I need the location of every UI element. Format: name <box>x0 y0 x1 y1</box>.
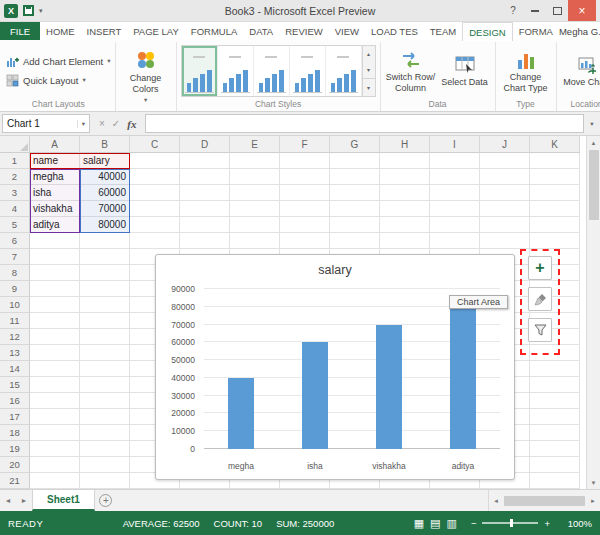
sheet-tab-sheet1[interactable]: Sheet1 <box>32 490 95 511</box>
row-header-2[interactable]: 2 <box>0 169 30 185</box>
gallery-up-button[interactable]: ▴ <box>363 46 375 62</box>
ribbon-tab-view[interactable]: VIEW <box>329 22 365 40</box>
cell-J4[interactable] <box>480 201 530 217</box>
cell-A8[interactable] <box>30 265 80 281</box>
scroll-right-icon[interactable]: ► <box>586 498 600 504</box>
cell-K18[interactable] <box>530 425 580 441</box>
cell-D3[interactable] <box>180 185 230 201</box>
column-header-A[interactable]: A <box>30 136 80 153</box>
sheet-nav-right-icon[interactable]: ► <box>16 490 32 511</box>
cell-G6[interactable] <box>330 233 380 249</box>
name-box-dropdown-icon[interactable]: ▾ <box>77 120 85 128</box>
cell-H2[interactable] <box>380 169 430 185</box>
cell-F2[interactable] <box>280 169 330 185</box>
close-button[interactable]: × <box>568 0 596 21</box>
cell-A18[interactable] <box>30 425 80 441</box>
cell-H6[interactable] <box>380 233 430 249</box>
cell-A2[interactable]: megha <box>30 169 80 185</box>
cell-K1[interactable] <box>530 153 580 169</box>
cell-B13[interactable] <box>80 345 130 361</box>
cell-B11[interactable] <box>80 313 130 329</box>
row-header-7[interactable]: 7 <box>0 249 30 265</box>
ribbon-tab-review[interactable]: REVIEW <box>279 22 328 40</box>
cell-C3[interactable] <box>130 185 180 201</box>
cell-A6[interactable] <box>30 233 80 249</box>
quick-layout-button[interactable]: Quick Layout ▾ <box>6 74 111 87</box>
cell-H3[interactable] <box>380 185 430 201</box>
save-icon[interactable] <box>23 5 34 16</box>
cell-K4[interactable] <box>530 201 580 217</box>
cell-B2[interactable]: 40000 <box>80 169 130 185</box>
ribbon-tab-team[interactable]: TEAM <box>424 22 462 40</box>
row-header-6[interactable]: 6 <box>0 233 30 249</box>
zoom-in-icon[interactable]: + <box>544 518 550 529</box>
cell-E1[interactable] <box>230 153 280 169</box>
gallery-more-button[interactable]: ▾ <box>363 78 375 95</box>
cell-D1[interactable] <box>180 153 230 169</box>
row-header-3[interactable]: 3 <box>0 185 30 201</box>
row-header-1[interactable]: 1 <box>0 153 30 169</box>
cell-K17[interactable] <box>530 409 580 425</box>
cell-B1[interactable]: salary <box>80 153 130 169</box>
chart-elements-button[interactable]: + <box>528 256 552 280</box>
cell-A12[interactable] <box>30 329 80 345</box>
maximize-button[interactable] <box>546 0 568 21</box>
cell-K3[interactable] <box>530 185 580 201</box>
cell-B15[interactable] <box>80 377 130 393</box>
chart-title[interactable]: salary <box>156 263 514 277</box>
row-header-18[interactable]: 18 <box>0 425 30 441</box>
row-header-5[interactable]: 5 <box>0 217 30 233</box>
cell-E4[interactable] <box>230 201 280 217</box>
cell-A16[interactable] <box>30 393 80 409</box>
bar-vishakha[interactable] <box>376 325 402 449</box>
cell-K6[interactable] <box>530 233 580 249</box>
row-header-13[interactable]: 13 <box>0 345 30 361</box>
cell-D5[interactable] <box>180 217 230 233</box>
cell-C5[interactable] <box>130 217 180 233</box>
excel-app-icon[interactable]: X <box>4 4 18 18</box>
bar-aditya[interactable] <box>450 307 476 449</box>
cell-G3[interactable] <box>330 185 380 201</box>
row-header-14[interactable]: 14 <box>0 361 30 377</box>
cell-F5[interactable] <box>280 217 330 233</box>
row-header-15[interactable]: 15 <box>0 377 30 393</box>
cell-C6[interactable] <box>130 233 180 249</box>
cell-H5[interactable] <box>380 217 430 233</box>
cell-A5[interactable]: aditya <box>30 217 80 233</box>
cell-B16[interactable] <box>80 393 130 409</box>
switch-row-column-button[interactable]: Switch Row/ Column <box>385 48 437 93</box>
cell-K20[interactable] <box>530 457 580 473</box>
row-header-4[interactable]: 4 <box>0 201 30 217</box>
row-header-10[interactable]: 10 <box>0 297 30 313</box>
cell-B14[interactable] <box>80 361 130 377</box>
formula-bar-expand-icon[interactable]: ▾ <box>586 120 598 128</box>
formula-input[interactable] <box>145 114 584 133</box>
cell-F6[interactable] <box>280 233 330 249</box>
ribbon-tab-page-lay[interactable]: PAGE LAY <box>127 22 185 40</box>
cell-A11[interactable] <box>30 313 80 329</box>
cell-F4[interactable] <box>280 201 330 217</box>
gallery-down-button[interactable]: ▾ <box>363 62 375 78</box>
column-header-J[interactable]: J <box>480 136 530 153</box>
row-header-21[interactable]: 21 <box>0 473 30 489</box>
cell-A10[interactable] <box>30 297 80 313</box>
vertical-scrollbar-thumb[interactable] <box>589 150 599 220</box>
name-box[interactable]: Chart 1 ▾ <box>2 114 90 133</box>
cell-B18[interactable] <box>80 425 130 441</box>
chart-style-thumbnail-5[interactable] <box>326 46 362 96</box>
row-header-17[interactable]: 17 <box>0 409 30 425</box>
row-header-12[interactable]: 12 <box>0 329 30 345</box>
ribbon-tab-design[interactable]: DESIGN <box>462 22 512 41</box>
enter-check-icon[interactable]: ✓ <box>112 118 120 129</box>
cell-C2[interactable] <box>130 169 180 185</box>
cell-K16[interactable] <box>530 393 580 409</box>
cell-E6[interactable] <box>230 233 280 249</box>
ribbon-tab-home[interactable]: HOME <box>40 22 81 40</box>
change-chart-type-button[interactable]: Change Chart Type <box>500 48 552 93</box>
cell-B20[interactable] <box>80 457 130 473</box>
minimize-button[interactable] <box>524 0 546 21</box>
cell-B8[interactable] <box>80 265 130 281</box>
cell-B21[interactable] <box>80 473 130 489</box>
scroll-left-icon[interactable]: ◄ <box>489 498 503 504</box>
cell-J1[interactable] <box>480 153 530 169</box>
